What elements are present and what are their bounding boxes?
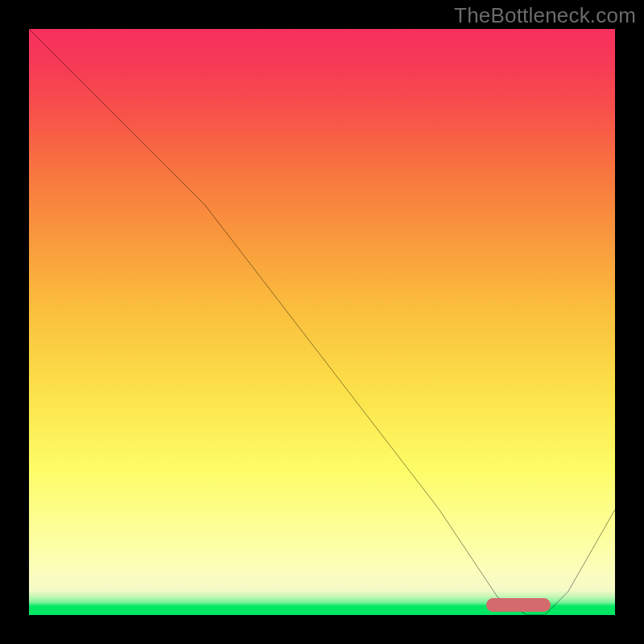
plot-area bbox=[29, 29, 615, 615]
optimal-range-marker bbox=[486, 598, 551, 612]
heat-gradient-bg bbox=[29, 29, 615, 615]
chart-frame: TheBottleneck.com bbox=[0, 0, 644, 644]
watermark-text: TheBottleneck.com bbox=[454, 3, 636, 28]
